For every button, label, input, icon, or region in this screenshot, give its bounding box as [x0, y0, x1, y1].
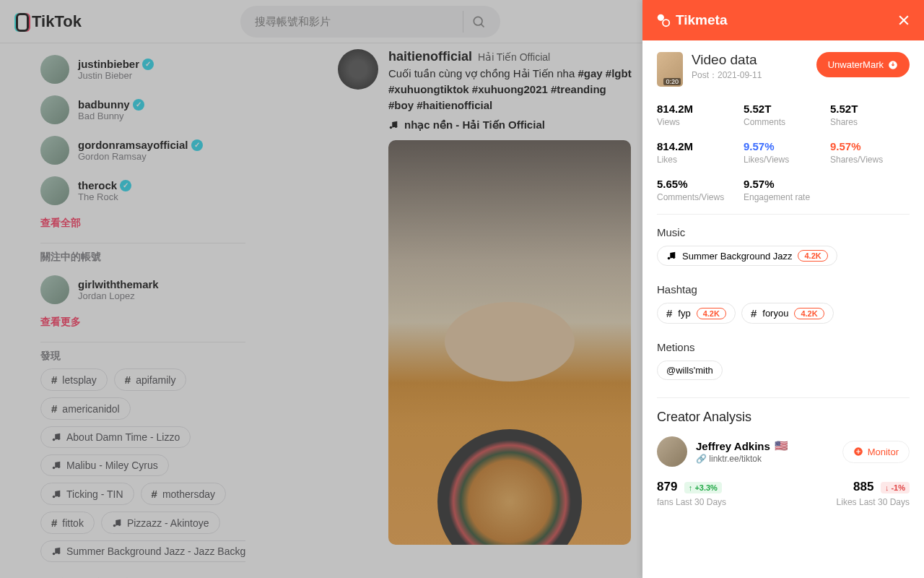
discover-title: 發現: [40, 350, 245, 363]
fans-count: 879: [657, 480, 677, 493]
post-avatar[interactable]: [338, 49, 378, 90]
tikmeta-brand: Tikmeta: [655, 12, 727, 28]
music-icon: [666, 251, 676, 261]
music-icon: [51, 460, 61, 470]
account-item[interactable]: therock The Rock: [40, 171, 245, 211]
account-displayname: Jordan Lopez: [78, 290, 159, 301]
stat-item: 5.65%Comments/Views: [657, 178, 736, 202]
stat-item: 9.57%Likes/Views: [744, 140, 823, 165]
stat-item: 5.52TComments: [744, 103, 823, 127]
discover-chip[interactable]: #mothersday: [141, 483, 227, 505]
stat-item: 814.2MViews: [657, 103, 736, 127]
music-pill[interactable]: Summer Background Jazz 4.2K: [657, 246, 837, 266]
video-thumbnail[interactable]: 0:20: [657, 52, 683, 87]
music-section-title: Music: [657, 226, 910, 238]
account-item[interactable]: girlwiththemark Jordan Lopez: [40, 269, 245, 310]
discover-chip[interactable]: #apifamily: [114, 368, 187, 391]
svg-line-1: [481, 24, 484, 27]
stat-item: 814.2MLikes: [657, 140, 736, 165]
creator-avatar[interactable]: [657, 436, 687, 467]
post-music[interactable]: nhạc nền - Hải Tiến Official: [388, 118, 634, 131]
svg-point-15: [663, 20, 669, 26]
discover-chip[interactable]: About Damn Time - Lizzo: [40, 426, 191, 448]
creator-link[interactable]: 🔗 linktr.ee/tiktok: [696, 454, 788, 464]
account-displayname: Justin Bieber: [78, 70, 154, 81]
discover-chip[interactable]: #fittok: [40, 512, 95, 534]
video-player[interactable]: [388, 140, 631, 545]
avatar: [40, 95, 69, 124]
stat-item: 9.57%Shares/Views: [830, 140, 910, 165]
hashtag-section-title: Hashtag: [657, 283, 910, 296]
svg-point-10: [53, 553, 56, 556]
discover-chip[interactable]: Pizzazz - Akintoye: [101, 512, 220, 534]
download-icon: [888, 60, 898, 70]
svg-point-3: [58, 438, 61, 441]
footer-links: 關於 新聞編輯室 聯絡方式 工作 ByteDance 創作者名錄: [40, 575, 245, 578]
stat-item: 9.57%Engagement rate: [744, 178, 823, 202]
hash-icon: #: [125, 374, 131, 386]
svg-point-9: [118, 523, 121, 526]
mention-pill[interactable]: @wills'mith: [657, 361, 723, 380]
account-displayname: The Rock: [78, 191, 131, 202]
flag-icon: 🇺🇸: [775, 439, 788, 452]
account-displayname: Gordon Ramsay: [78, 151, 203, 162]
discover-chip[interactable]: #americanidol: [40, 397, 131, 420]
discover-chip[interactable]: Ticking - TIN: [40, 483, 134, 505]
svg-point-12: [390, 126, 393, 129]
verified-icon: [142, 59, 154, 70]
hash-icon: #: [152, 488, 157, 500]
account-item[interactable]: justinbieber Justin Bieber: [40, 49, 245, 90]
stat-item: 5.52TShares: [830, 103, 910, 127]
svg-point-14: [658, 14, 664, 21]
post-username[interactable]: haitienofficial: [388, 49, 472, 64]
close-icon[interactable]: [897, 13, 911, 27]
likes-count: 885: [853, 480, 873, 493]
hashtag-pill[interactable]: #foryou4.2K: [741, 303, 834, 324]
see-all-link[interactable]: 查看全部: [40, 211, 245, 236]
account-item[interactable]: gordonramsayofficial Gordon Ramsay: [40, 130, 245, 171]
svg-point-6: [53, 495, 56, 498]
svg-point-11: [58, 552, 61, 555]
account-username: gordonramsayofficial: [78, 139, 203, 151]
svg-point-7: [58, 494, 61, 497]
hashtag-pill[interactable]: #fyp4.2K: [657, 303, 736, 324]
creator-name[interactable]: Jeffrey Adkins 🇺🇸: [696, 439, 788, 452]
video-date: Post：2021-09-11: [692, 69, 808, 82]
discover-chip[interactable]: Summer Background Jazz - Jazz Backgroun.…: [40, 540, 245, 562]
verified-icon: [133, 99, 144, 111]
avatar: [40, 275, 69, 304]
monitor-button[interactable]: Monitor: [842, 441, 910, 463]
discover-chip[interactable]: Malibu - Miley Cyrus: [40, 454, 169, 476]
svg-point-5: [58, 466, 61, 469]
account-item[interactable]: badbunny Bad Bunny: [40, 90, 245, 130]
video-title: Video data: [692, 52, 808, 68]
hash-icon: #: [51, 374, 57, 386]
unwatermark-button[interactable]: UnwaterMark: [816, 52, 910, 77]
see-more-link[interactable]: 查看更多: [40, 310, 245, 335]
tiktok-icon: [12, 13, 29, 30]
discover-chip[interactable]: #letsplay: [40, 368, 108, 391]
music-icon: [51, 432, 61, 442]
hash-icon: #: [666, 307, 672, 319]
svg-point-19: [668, 257, 671, 260]
mentions-section-title: Metions: [657, 341, 910, 353]
hash-icon: #: [51, 517, 57, 529]
tiktok-logo[interactable]: TikTok: [12, 12, 82, 31]
account-username: therock: [78, 179, 131, 191]
search-input[interactable]: [255, 15, 463, 27]
fans-delta: ↑ +3.3%: [684, 482, 722, 493]
likes-delta: ↓ -1%: [881, 482, 910, 493]
search-icon: [471, 14, 486, 29]
svg-point-13: [395, 126, 398, 129]
svg-point-20: [673, 256, 676, 259]
hash-icon: #: [751, 307, 757, 319]
sidebar: justinbieber Justin Bieber badbunny Bad …: [0, 43, 245, 578]
music-icon: [112, 518, 122, 528]
search-button[interactable]: [463, 11, 494, 33]
avatar: [40, 136, 69, 165]
account-username: badbunny: [78, 98, 144, 111]
post-description: Cuối tuần cùng vợ chồng Hải Tiến nha #ga…: [388, 66, 634, 113]
svg-point-2: [53, 439, 56, 441]
account-username: justinbieber: [78, 58, 154, 70]
svg-point-4: [53, 467, 56, 470]
